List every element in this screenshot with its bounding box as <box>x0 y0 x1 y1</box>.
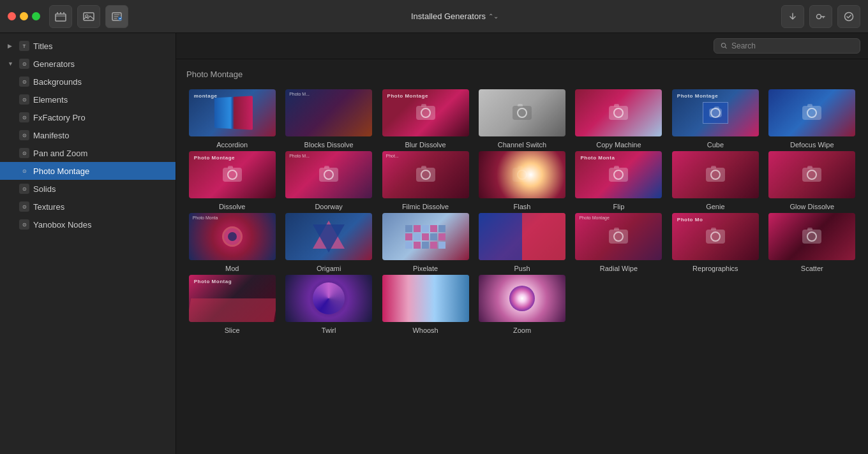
fxfactory-icon: ⊙ <box>19 112 29 122</box>
thumb-push <box>477 212 567 261</box>
item-blur-dissolve[interactable]: Photo Montage Blur Dissolve <box>380 88 471 149</box>
content-body: Photo Montage montage Accordion <box>176 59 868 454</box>
solids-icon: ⊙ <box>19 184 29 194</box>
item-filmic-dissolve[interactable]: Phot... Filmic Dissolve <box>380 150 471 210</box>
thumb-origami <box>284 212 373 261</box>
thumb-radial-wipe: Photo Montage <box>574 212 663 261</box>
generator-icon[interactable] <box>105 5 128 28</box>
item-doorway[interactable]: Photo M... Doorway <box>283 150 374 210</box>
label-dissolve: Dissolve <box>219 203 246 210</box>
item-blocks-dissolve[interactable]: Photo M... Blocks Dissolve <box>283 88 374 149</box>
down-icon[interactable] <box>781 5 804 28</box>
item-pixelate[interactable]: Pixelate <box>380 212 471 272</box>
content-header <box>176 33 868 59</box>
thumb-filmic-dissolve: Phot... <box>381 150 470 200</box>
key-icon[interactable] <box>809 5 832 28</box>
item-slice[interactable]: Photo Montag Slice <box>186 274 278 334</box>
sidebar-item-photo-montage[interactable]: ⊙ Photo Montage <box>0 162 176 180</box>
title-center: Installed Generators ⌃⌄ <box>133 11 776 21</box>
main-area: ▶ T Titles ▼ ⊙ Generators ⊙ Backgrounds … <box>0 33 868 454</box>
elements-icon: ⊙ <box>19 94 29 105</box>
item-accordion[interactable]: montage Accordion <box>186 88 278 149</box>
manifesto-icon: ⊙ <box>19 130 29 140</box>
thumb-pixelate <box>381 212 470 261</box>
title-arrow: ⌃⌄ <box>488 13 498 20</box>
label-blur-dissolve: Blur Dissolve <box>405 141 445 149</box>
sidebar-elements-label: Elements <box>33 95 68 105</box>
search-icon <box>721 42 728 50</box>
item-whoosh[interactable]: Whoosh <box>380 274 471 334</box>
item-genie[interactable]: Genie <box>670 150 761 210</box>
sidebar-item-fxfactory[interactable]: ⊙ FxFactory Pro <box>0 108 176 126</box>
item-dissolve[interactable]: Photo Montage Dissolve <box>186 150 278 210</box>
thumb-reprographics: Photo Mo <box>671 212 760 261</box>
item-twirl[interactable]: Twirl <box>283 274 374 334</box>
item-flip[interactable]: Photo Monta Flip <box>573 150 664 210</box>
minimize-button[interactable] <box>20 12 28 20</box>
item-origami[interactable]: Origami <box>283 212 374 272</box>
item-push[interactable]: Push <box>476 212 567 272</box>
sidebar-photo-montage-label: Photo Montage <box>33 166 89 176</box>
thumb-blur-dissolve: Photo Montage <box>381 88 470 138</box>
sidebar-item-manifesto[interactable]: ⊙ Manifesto <box>0 126 176 144</box>
search-input[interactable] <box>731 41 853 50</box>
sidebar-item-textures[interactable]: ⊙ Textures <box>0 198 176 216</box>
yanobox-icon: ⊙ <box>19 219 29 230</box>
sidebar-item-solids[interactable]: ⊙ Solids <box>0 180 176 198</box>
label-blocks-dissolve: Blocks Dissolve <box>304 141 354 149</box>
label-cube: Cube <box>707 141 724 149</box>
sidebar-item-yanobox[interactable]: ⊙ Yanobox Nodes <box>0 216 176 233</box>
item-reprographics[interactable]: Photo Mo Reprographics <box>670 212 761 272</box>
label-push: Push <box>514 265 530 272</box>
triangle-icon: ▶ <box>8 43 15 49</box>
label-twirl: Twirl <box>322 326 336 334</box>
item-glow-dissolve[interactable]: Glow Dissolve <box>767 150 858 210</box>
item-copy-machine[interactable]: Copy Machine <box>573 88 664 149</box>
label-doorway: Doorway <box>315 203 342 210</box>
sidebar-fxfactory-label: FxFactory Pro <box>33 113 86 122</box>
label-glow-dissolve: Glow Dissolve <box>789 203 834 210</box>
item-cube[interactable]: Photo Montage Cube <box>670 88 761 149</box>
item-flash[interactable]: Flash <box>476 150 567 210</box>
thumb-whoosh <box>381 274 470 323</box>
section-title: Photo Montage <box>186 70 858 79</box>
sidebar-textures-label: Textures <box>33 202 64 212</box>
items-grid: montage Accordion <box>186 88 858 334</box>
thumb-scatter <box>767 212 857 261</box>
maximize-button[interactable] <box>32 12 40 20</box>
close-button[interactable] <box>8 12 16 20</box>
label-channel-switch: Channel Switch <box>498 141 546 149</box>
label-flash: Flash <box>514 203 531 210</box>
label-copy-machine: Copy Machine <box>596 141 641 149</box>
titles-icon: T <box>19 41 29 51</box>
sidebar-item-generators[interactable]: ▼ ⊙ Generators <box>0 55 176 73</box>
generators-icon: ⊙ <box>19 59 29 69</box>
label-zoom: Zoom <box>513 326 531 334</box>
thumb-genie <box>671 150 760 200</box>
thumb-accordion: montage <box>188 88 277 138</box>
titlebar: Installed Generators ⌃⌄ <box>0 0 868 33</box>
label-flip: Flip <box>613 203 625 210</box>
sidebar-item-titles[interactable]: ▶ T Titles <box>0 37 176 55</box>
item-zoom[interactable]: Zoom <box>476 274 567 334</box>
item-radial-wipe[interactable]: Photo Montage Radial Wipe <box>573 212 664 272</box>
check-icon[interactable] <box>837 5 860 28</box>
label-slice: Slice <box>225 326 240 334</box>
item-mod[interactable]: Photo Monta Mod <box>186 212 278 272</box>
sidebar-item-backgrounds[interactable]: ⊙ Backgrounds <box>0 73 176 91</box>
label-pixelate: Pixelate <box>413 265 438 272</box>
clapper-icon[interactable] <box>49 5 72 28</box>
thumb-doorway: Photo M... <box>284 150 373 200</box>
sidebar-item-pan-and-zoom[interactable]: ⊙ Pan and Zoom <box>0 144 176 162</box>
thumb-copy-machine <box>574 88 663 138</box>
search-box[interactable] <box>714 38 860 54</box>
item-scatter[interactable]: Scatter <box>767 212 858 272</box>
title-dropdown[interactable]: Installed Generators ⌃⌄ <box>411 11 498 21</box>
item-defocus-wipe[interactable]: Defocus Wipe <box>767 88 858 149</box>
photo-icon[interactable] <box>77 5 100 28</box>
label-origami: Origami <box>317 265 341 272</box>
item-channel-switch[interactable]: Channel Switch <box>476 88 567 149</box>
sidebar-item-elements[interactable]: ⊙ Elements <box>0 91 176 108</box>
thumb-defocus-wipe <box>767 88 857 138</box>
label-radial-wipe: Radial Wipe <box>600 265 638 272</box>
